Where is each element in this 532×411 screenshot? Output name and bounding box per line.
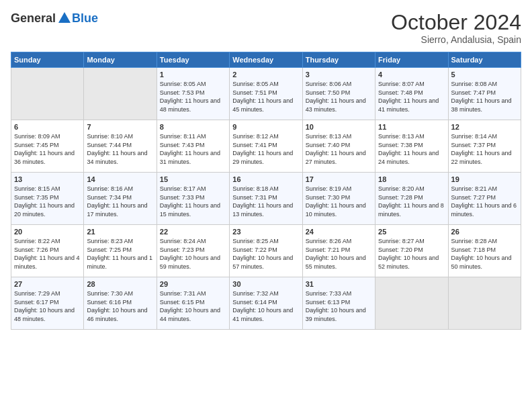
col-sunday: Sunday xyxy=(11,52,84,68)
day-info: Sunrise: 8:24 AM Sunset: 7:23 PM Dayligh… xyxy=(160,237,226,271)
day-number: 29 xyxy=(160,280,226,288)
day-number: 11 xyxy=(378,123,445,131)
day-number: 7 xyxy=(87,123,153,131)
day-number: 14 xyxy=(87,175,153,183)
day-info: Sunrise: 8:11 AM Sunset: 7:43 PM Dayligh… xyxy=(160,132,226,166)
day-info: Sunrise: 8:28 AM Sunset: 7:18 PM Dayligh… xyxy=(451,237,518,271)
calendar-week-1: 1Sunrise: 8:05 AM Sunset: 7:53 PM Daylig… xyxy=(11,68,521,120)
day-info: Sunrise: 8:14 AM Sunset: 7:37 PM Dayligh… xyxy=(451,132,518,166)
calendar-cell: 3Sunrise: 8:06 AM Sunset: 7:50 PM Daylig… xyxy=(302,68,375,120)
calendar-cell: 24Sunrise: 8:26 AM Sunset: 7:21 PM Dayli… xyxy=(302,225,375,277)
calendar-cell xyxy=(11,68,84,120)
day-info: Sunrise: 8:09 AM Sunset: 7:45 PM Dayligh… xyxy=(14,132,81,166)
day-number: 10 xyxy=(306,123,372,131)
calendar-cell: 27Sunrise: 7:29 AM Sunset: 6:17 PM Dayli… xyxy=(11,277,84,330)
calendar-cell: 17Sunrise: 8:19 AM Sunset: 7:30 PM Dayli… xyxy=(302,173,375,225)
day-number: 3 xyxy=(306,71,372,79)
calendar-cell: 2Sunrise: 8:05 AM Sunset: 7:51 PM Daylig… xyxy=(230,68,302,120)
day-info: Sunrise: 8:21 AM Sunset: 7:27 PM Dayligh… xyxy=(451,185,518,218)
calendar-cell: 16Sunrise: 8:18 AM Sunset: 7:31 PM Dayli… xyxy=(230,173,302,225)
day-number: 22 xyxy=(160,228,226,236)
day-number: 5 xyxy=(451,71,518,79)
day-number: 4 xyxy=(378,71,445,79)
calendar-body: 1Sunrise: 8:05 AM Sunset: 7:53 PM Daylig… xyxy=(11,68,521,330)
day-number: 8 xyxy=(160,123,226,131)
day-info: Sunrise: 8:27 AM Sunset: 7:20 PM Dayligh… xyxy=(378,237,445,271)
calendar-cell: 13Sunrise: 8:15 AM Sunset: 7:35 PM Dayli… xyxy=(11,173,84,225)
day-info: Sunrise: 8:19 AM Sunset: 7:30 PM Dayligh… xyxy=(306,185,372,218)
month-title: October 2024 xyxy=(391,11,521,34)
day-info: Sunrise: 8:05 AM Sunset: 7:51 PM Dayligh… xyxy=(232,80,299,113)
day-info: Sunrise: 8:25 AM Sunset: 7:22 PM Dayligh… xyxy=(232,237,299,271)
weekday-row: Sunday Monday Tuesday Wednesday Thursday… xyxy=(11,52,521,68)
day-number: 16 xyxy=(232,175,299,183)
day-info: Sunrise: 8:07 AM Sunset: 7:48 PM Dayligh… xyxy=(378,80,445,113)
calendar-cell: 14Sunrise: 8:16 AM Sunset: 7:34 PM Dayli… xyxy=(84,173,157,225)
day-number: 24 xyxy=(306,228,372,236)
col-monday: Monday xyxy=(84,52,157,68)
day-info: Sunrise: 7:33 AM Sunset: 6:13 PM Dayligh… xyxy=(306,289,372,323)
logo: General Blue xyxy=(11,11,98,26)
day-number: 28 xyxy=(87,280,153,288)
calendar-header: Sunday Monday Tuesday Wednesday Thursday… xyxy=(11,52,521,68)
calendar-cell: 9Sunrise: 8:12 AM Sunset: 7:41 PM Daylig… xyxy=(230,120,302,173)
day-number: 26 xyxy=(451,228,518,236)
day-info: Sunrise: 8:22 AM Sunset: 7:26 PM Dayligh… xyxy=(14,237,81,271)
calendar-cell: 29Sunrise: 7:31 AM Sunset: 6:15 PM Dayli… xyxy=(157,277,229,330)
day-info: Sunrise: 7:29 AM Sunset: 6:17 PM Dayligh… xyxy=(14,289,81,323)
calendar-week-3: 13Sunrise: 8:15 AM Sunset: 7:35 PM Dayli… xyxy=(11,173,521,225)
day-info: Sunrise: 7:31 AM Sunset: 6:15 PM Dayligh… xyxy=(160,289,226,323)
day-number: 1 xyxy=(160,71,226,79)
day-info: Sunrise: 8:06 AM Sunset: 7:50 PM Dayligh… xyxy=(306,80,372,113)
calendar-cell: 5Sunrise: 8:08 AM Sunset: 7:47 PM Daylig… xyxy=(448,68,521,120)
calendar-cell: 12Sunrise: 8:14 AM Sunset: 7:37 PM Dayli… xyxy=(448,120,521,173)
day-number: 30 xyxy=(232,280,299,288)
day-number: 9 xyxy=(232,123,299,131)
calendar-cell: 19Sunrise: 8:21 AM Sunset: 7:27 PM Dayli… xyxy=(448,173,521,225)
day-info: Sunrise: 8:13 AM Sunset: 7:40 PM Dayligh… xyxy=(306,132,372,166)
calendar-cell: 26Sunrise: 8:28 AM Sunset: 7:18 PM Dayli… xyxy=(448,225,521,277)
calendar-cell: 11Sunrise: 8:13 AM Sunset: 7:38 PM Dayli… xyxy=(375,120,448,173)
day-info: Sunrise: 7:30 AM Sunset: 6:16 PM Dayligh… xyxy=(87,289,153,323)
day-info: Sunrise: 8:18 AM Sunset: 7:31 PM Dayligh… xyxy=(232,185,299,218)
day-number: 6 xyxy=(14,123,81,131)
calendar-cell: 8Sunrise: 8:11 AM Sunset: 7:43 PM Daylig… xyxy=(157,120,229,173)
day-info: Sunrise: 8:10 AM Sunset: 7:44 PM Dayligh… xyxy=(87,132,153,166)
day-info: Sunrise: 8:08 AM Sunset: 7:47 PM Dayligh… xyxy=(451,80,518,113)
day-info: Sunrise: 8:26 AM Sunset: 7:21 PM Dayligh… xyxy=(306,237,372,271)
calendar-cell: 1Sunrise: 8:05 AM Sunset: 7:53 PM Daylig… xyxy=(157,68,229,120)
page: General Blue October 2024 Sierro, Andalu… xyxy=(0,0,532,411)
day-info: Sunrise: 8:12 AM Sunset: 7:41 PM Dayligh… xyxy=(232,132,299,166)
calendar-cell: 25Sunrise: 8:27 AM Sunset: 7:20 PM Dayli… xyxy=(375,225,448,277)
calendar-cell: 30Sunrise: 7:32 AM Sunset: 6:14 PM Dayli… xyxy=(230,277,302,330)
svg-marker-0 xyxy=(58,12,71,23)
calendar-table: Sunday Monday Tuesday Wednesday Thursday… xyxy=(11,52,521,330)
calendar-cell: 6Sunrise: 8:09 AM Sunset: 7:45 PM Daylig… xyxy=(11,120,84,173)
col-friday: Friday xyxy=(375,52,448,68)
day-number: 23 xyxy=(232,228,299,236)
day-number: 19 xyxy=(451,175,518,183)
day-info: Sunrise: 7:32 AM Sunset: 6:14 PM Dayligh… xyxy=(232,289,299,323)
calendar-week-4: 20Sunrise: 8:22 AM Sunset: 7:26 PM Dayli… xyxy=(11,225,521,277)
day-number: 31 xyxy=(306,280,372,288)
day-info: Sunrise: 8:23 AM Sunset: 7:25 PM Dayligh… xyxy=(87,237,153,271)
day-info: Sunrise: 8:05 AM Sunset: 7:53 PM Dayligh… xyxy=(160,80,226,113)
calendar-cell: 31Sunrise: 7:33 AM Sunset: 6:13 PM Dayli… xyxy=(302,277,375,330)
day-info: Sunrise: 8:20 AM Sunset: 7:28 PM Dayligh… xyxy=(378,185,445,218)
calendar-cell: 10Sunrise: 8:13 AM Sunset: 7:40 PM Dayli… xyxy=(302,120,375,173)
calendar-cell: 20Sunrise: 8:22 AM Sunset: 7:26 PM Dayli… xyxy=(11,225,84,277)
day-number: 27 xyxy=(14,280,81,288)
logo-blue: Blue xyxy=(72,11,98,26)
header: General Blue October 2024 Sierro, Andalu… xyxy=(11,11,521,45)
day-info: Sunrise: 8:13 AM Sunset: 7:38 PM Dayligh… xyxy=(378,132,445,166)
calendar-cell: 22Sunrise: 8:24 AM Sunset: 7:23 PM Dayli… xyxy=(157,225,229,277)
calendar-cell: 15Sunrise: 8:17 AM Sunset: 7:33 PM Dayli… xyxy=(157,173,229,225)
calendar-cell: 4Sunrise: 8:07 AM Sunset: 7:48 PM Daylig… xyxy=(375,68,448,120)
logo-general: General xyxy=(11,11,56,26)
day-number: 21 xyxy=(87,228,153,236)
day-number: 13 xyxy=(14,175,81,183)
title-block: October 2024 Sierro, Andalusia, Spain xyxy=(391,11,521,45)
day-info: Sunrise: 8:17 AM Sunset: 7:33 PM Dayligh… xyxy=(160,185,226,218)
col-tuesday: Tuesday xyxy=(157,52,229,68)
day-number: 25 xyxy=(378,228,445,236)
